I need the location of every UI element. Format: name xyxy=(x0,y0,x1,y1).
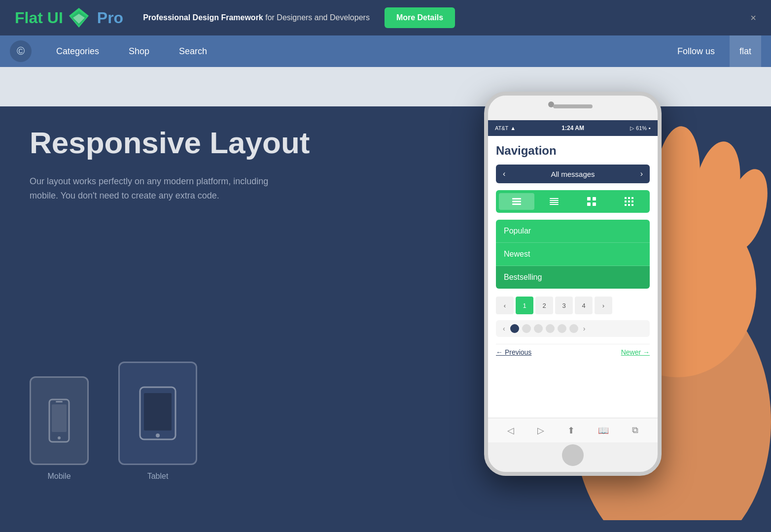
wifi-icon: ▲ xyxy=(510,125,516,131)
battery-text: 61% xyxy=(636,125,647,131)
svg-rect-28 xyxy=(593,197,596,200)
svg-rect-21 xyxy=(512,201,521,202)
phone-dots-pagination: ‹ › xyxy=(496,320,650,337)
navbar: © Categories Shop Search Follow us flat xyxy=(0,35,771,67)
nav-item-categories[interactable]: Categories xyxy=(41,35,114,67)
top-banner: Flat UI Pro Professional Design Framewor… xyxy=(0,0,771,35)
banner-tagline: Professional Design Framework for Design… xyxy=(143,13,370,22)
phone-prev-next: ← Previous Newer → xyxy=(496,344,650,360)
svg-rect-34 xyxy=(625,200,627,202)
page-prev-btn[interactable]: ‹ xyxy=(496,297,514,314)
page-2-btn[interactable]: 2 xyxy=(535,297,553,314)
svg-rect-37 xyxy=(625,204,627,206)
svg-point-15 xyxy=(686,138,747,243)
dot-2[interactable] xyxy=(522,324,531,333)
phone-nav-title: Navigation xyxy=(496,144,650,158)
phone-bottom-bar: ◁ ▷ ⬆ 📖 ⧉ xyxy=(488,418,658,442)
more-details-button[interactable]: More Details xyxy=(385,7,455,28)
svg-rect-8 xyxy=(144,393,172,431)
dot-6[interactable] xyxy=(569,324,578,333)
nav-item-shop[interactable]: Shop xyxy=(114,35,164,67)
previous-link[interactable]: ← Previous xyxy=(496,348,531,356)
hero-description: Our layout works perfectly on any modern… xyxy=(30,174,286,203)
phone-home-button[interactable] xyxy=(562,444,584,466)
nav-flat[interactable]: flat xyxy=(730,35,761,67)
list-item-popular[interactable]: Popular xyxy=(496,220,650,243)
page-next-btn[interactable]: › xyxy=(595,297,612,314)
svg-rect-6 xyxy=(56,401,63,402)
dot-3[interactable] xyxy=(534,324,543,333)
page-3-btn[interactable]: 3 xyxy=(555,297,573,314)
phone-speaker xyxy=(553,104,593,108)
svg-point-5 xyxy=(58,436,61,439)
svg-rect-27 xyxy=(587,197,591,200)
mobile-label: Mobile xyxy=(47,472,70,481)
hero-title: Responsive Layout xyxy=(30,126,310,160)
hero-content: Responsive Layout Our layout works perfe… xyxy=(30,126,310,233)
brand-icon-symbol: © xyxy=(17,45,25,58)
status-right: ▷ 61% ▪ xyxy=(630,125,651,132)
nav-follow-us[interactable]: Follow us xyxy=(663,46,730,57)
toggle-grid3-icon[interactable] xyxy=(611,193,647,210)
mobile-device-item: Mobile xyxy=(30,376,89,481)
page-4-btn[interactable]: 4 xyxy=(575,297,593,314)
svg-rect-22 xyxy=(512,203,521,205)
device-icons: Mobile Tablet xyxy=(30,362,197,481)
status-time: 1:24 AM xyxy=(561,125,584,132)
svg-rect-29 xyxy=(587,202,591,206)
list-item-bestselling[interactable]: Bestselling xyxy=(496,266,650,289)
mobile-icon xyxy=(47,399,71,443)
share-browser-icon[interactable]: ⬆ xyxy=(567,425,575,436)
tablet-label: Tablet xyxy=(147,472,169,481)
phone-pagination: ‹ 1 2 3 4 › xyxy=(496,297,650,314)
back-browser-icon[interactable]: ◁ xyxy=(507,425,514,436)
logo-flat-text: Flat UI xyxy=(15,9,63,27)
battery-icon: ▪ xyxy=(649,125,651,131)
bookmark-browser-icon[interactable]: 📖 xyxy=(598,425,609,436)
svg-rect-32 xyxy=(628,197,630,199)
hero-section: Responsive Layout Our layout works perfe… xyxy=(0,67,771,520)
logo-pro-text: Pro xyxy=(97,9,123,27)
dots-prev-arrow[interactable]: ‹ xyxy=(501,325,507,332)
svg-point-9 xyxy=(156,433,160,437)
svg-rect-35 xyxy=(628,200,630,202)
svg-rect-39 xyxy=(631,204,633,206)
nav-next-arrow[interactable]: › xyxy=(633,165,650,183)
phone-list: Popular Newest Bestselling xyxy=(496,220,650,289)
svg-rect-38 xyxy=(628,204,630,206)
dots-next-arrow[interactable]: › xyxy=(581,325,588,332)
svg-rect-24 xyxy=(550,200,559,201)
forward-browser-icon[interactable]: ▷ xyxy=(537,425,544,436)
mobile-box xyxy=(30,376,89,465)
toggle-lines-icon[interactable] xyxy=(536,193,572,210)
svg-rect-23 xyxy=(550,198,559,199)
dot-4[interactable] xyxy=(546,324,555,333)
svg-rect-20 xyxy=(512,198,521,200)
tagline-strong: Professional Design Framework xyxy=(143,13,263,22)
nav-prev-arrow[interactable]: ‹ xyxy=(496,165,512,183)
phone-view-toggles xyxy=(496,190,650,213)
logo-area: Flat UI Pro xyxy=(15,7,123,29)
banner-close-button[interactable]: × xyxy=(750,12,756,24)
page-1-btn[interactable]: 1 xyxy=(516,297,533,314)
all-messages-label: All messages xyxy=(512,170,633,178)
svg-rect-26 xyxy=(550,204,559,205)
newer-link[interactable]: Newer → xyxy=(621,348,650,356)
phone-screen: AT&T ▲ 1:24 AM ▷ 61% ▪ Navigation ‹ All … xyxy=(488,120,658,442)
tablet-icon xyxy=(138,386,177,440)
toggle-list-icon[interactable] xyxy=(499,193,534,210)
list-item-newest[interactable]: Newest xyxy=(496,243,650,266)
toggle-grid2-icon[interactable] xyxy=(574,193,609,210)
brand-icon[interactable]: © xyxy=(10,40,32,62)
nav-item-search[interactable]: Search xyxy=(164,35,222,67)
phone-nav-pills[interactable]: ‹ All messages › xyxy=(496,165,650,183)
battery-arrow-icon: ▷ xyxy=(630,125,634,132)
dot-5[interactable] xyxy=(558,324,566,333)
tagline-rest: for Designers and Developers xyxy=(265,13,370,22)
tablet-box xyxy=(118,362,197,465)
svg-rect-36 xyxy=(631,200,633,202)
svg-point-16 xyxy=(717,165,771,255)
tabs-browser-icon[interactable]: ⧉ xyxy=(632,425,638,435)
tablet-device-item: Tablet xyxy=(118,362,197,481)
dot-1[interactable] xyxy=(510,324,519,333)
